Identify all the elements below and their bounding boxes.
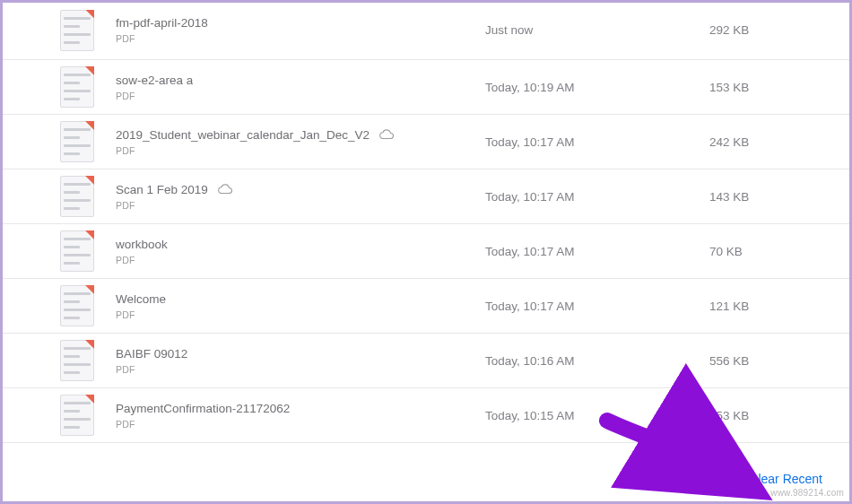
file-name: sow-e2-area a (116, 74, 193, 87)
file-date: Just now (485, 23, 709, 37)
clear-recent-link[interactable]: Clear Recent (749, 472, 822, 486)
file-size: 242 KB (709, 135, 831, 149)
file-date: Today, 10:17 AM (485, 300, 709, 313)
watermark-text: www.989214.com (770, 488, 844, 498)
file-date: Today, 10:16 AM (485, 354, 709, 368)
file-type: PDF (116, 200, 485, 211)
file-name: Scan 1 Feb 2019 (116, 183, 208, 196)
file-type: PDF (116, 91, 485, 101)
file-thumbnail (60, 285, 94, 326)
file-name-column: 2019_Student_webinar_calendar_Jan_Dec_V2… (116, 128, 485, 156)
file-type: PDF (116, 309, 485, 320)
recent-files-panel: fm-pdf-april-2018 PDF Just now 292 KB so… (0, 0, 852, 504)
file-row-1[interactable]: sow-e2-area a PDF Today, 10:19 AM 153 KB (3, 60, 849, 115)
file-thumbnail (60, 121, 94, 162)
file-date: Today, 10:17 AM (485, 135, 709, 149)
file-type: PDF (116, 255, 485, 265)
file-name-column: Welcome PDF (116, 292, 485, 320)
cloud-icon (378, 128, 395, 141)
file-size: 253 KB (709, 409, 831, 422)
file-size: 143 KB (709, 190, 831, 204)
file-type: PDF (116, 33, 485, 44)
file-type: PDF (116, 364, 485, 375)
file-name-column: PaymentConfirmation-21172062 PDF (116, 402, 485, 430)
file-name: fm-pdf-april-2018 (116, 16, 208, 30)
file-date: Today, 10:15 AM (485, 409, 709, 422)
file-name-column: BAIBF 09012 PDF (116, 347, 485, 375)
file-type: PDF (116, 145, 485, 156)
file-name-column: workbook PDF (116, 238, 485, 265)
file-name: 2019_Student_webinar_calendar_Jan_Dec_V2 (116, 128, 369, 142)
file-row-6[interactable]: BAIBF 09012 PDF Today, 10:16 AM 556 KB (3, 334, 849, 388)
cloud-icon (217, 183, 233, 196)
file-list: fm-pdf-april-2018 PDF Just now 292 KB so… (3, 3, 849, 443)
file-thumbnail (60, 66, 94, 108)
file-name: Welcome (116, 292, 166, 306)
file-size: 556 KB (709, 354, 831, 368)
file-row-5[interactable]: Welcome PDF Today, 10:17 AM 121 KB (3, 279, 849, 334)
file-name-column: fm-pdf-april-2018 PDF (116, 16, 485, 44)
file-name: workbook (116, 238, 168, 251)
file-date: Today, 10:17 AM (485, 245, 709, 258)
file-thumbnail (60, 230, 94, 272)
file-name-column: Scan 1 Feb 2019 PDF (116, 183, 485, 211)
file-type: PDF (116, 419, 485, 430)
file-thumbnail (60, 10, 94, 51)
file-row-4[interactable]: workbook PDF Today, 10:17 AM 70 KB (3, 224, 849, 279)
file-name: PaymentConfirmation-21172062 (116, 402, 290, 415)
file-thumbnail (60, 395, 94, 436)
file-row-2[interactable]: 2019_Student_webinar_calendar_Jan_Dec_V2… (3, 115, 849, 169)
file-name: BAIBF 09012 (116, 347, 187, 361)
file-size: 70 KB (709, 245, 831, 258)
file-name-column: sow-e2-area a PDF (116, 74, 485, 101)
file-size: 292 KB (709, 23, 831, 37)
file-row-3[interactable]: Scan 1 Feb 2019 PDF Today, 10:17 AM 143 … (3, 169, 849, 224)
file-date: Today, 10:19 AM (485, 81, 709, 94)
file-date: Today, 10:17 AM (485, 190, 709, 204)
file-thumbnail (60, 340, 94, 381)
file-row-7[interactable]: PaymentConfirmation-21172062 PDF Today, … (3, 388, 849, 443)
file-row-0[interactable]: fm-pdf-april-2018 PDF Just now 292 KB (3, 3, 849, 60)
file-size: 121 KB (709, 300, 831, 313)
file-thumbnail (60, 176, 94, 217)
file-size: 153 KB (709, 81, 831, 94)
